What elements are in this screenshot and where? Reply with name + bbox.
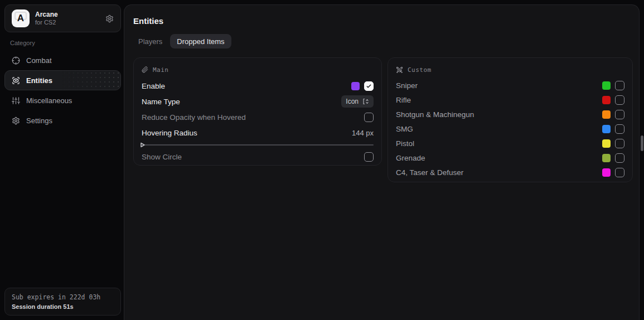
sidebar-item-label: Settings [26,117,52,125]
custom-panel: Custom Sniper Rifle Shotgun & Machinegun [388,57,633,182]
gear-icon[interactable] [105,14,114,23]
reduce-opacity-checkbox[interactable] [364,113,374,122]
tab-dropped-items[interactable]: Dropped Items [170,34,231,49]
sidebar-item-label: Entities [26,76,52,85]
color-swatch[interactable] [351,82,360,90]
logo-card: A Arcane for CS2 [4,4,121,32]
gear-icon [12,117,20,125]
weapon-label: SMG [396,125,413,133]
c4-taser-defuser-checkbox[interactable] [615,168,624,177]
hovering-radius-value: 144 px [352,129,374,137]
pistol-checkbox[interactable] [615,139,624,148]
main-panel-title: Main [153,66,169,74]
main-panel-header: Main [142,65,374,75]
color-swatch[interactable] [602,110,611,119]
color-swatch[interactable] [602,96,611,104]
sidebar-item-combat[interactable]: Combat [4,50,121,70]
swords-icon [396,66,403,74]
setting-label: Enable [142,82,165,90]
weapon-row-c4-taser-defuser: C4, Taser & Defuser [396,165,624,180]
setting-label: Name Type [142,98,180,106]
main-content: Entities Players Dropped Items Main Enab… [124,4,640,320]
slider-thumb[interactable] [140,142,146,148]
app-title: Arcane [35,11,58,18]
sliders-icon [12,96,20,105]
weapon-row-grenade: Grenade [396,151,624,165]
setting-row-hovering-radius: Hovering Radius 144 px [142,125,374,140]
page-title: Entities [133,16,163,26]
weapon-row-rifle: Rifle [396,93,624,107]
setting-row-show-circle: Show Circle [142,149,374,164]
weapon-row-smg: SMG [396,122,624,136]
name-type-select[interactable]: Icon [341,95,374,108]
tab-players[interactable]: Players [132,34,169,49]
weapon-label: Pistol [396,139,414,148]
hovering-radius-slider [142,140,374,149]
app-subtitle: for CS2 [35,18,58,26]
main-panel: Main Enable Name Type Icon [133,57,382,166]
weapon-row-pistol: Pistol [396,136,624,151]
weapon-label: Grenade [396,154,425,162]
setting-row-reduce-opacity: Reduce Opacity when Hovered [142,109,374,125]
sidebar-item-settings[interactable]: Settings [4,110,121,130]
custom-panel-header: Custom [396,65,624,75]
show-circle-checkbox[interactable] [364,152,374,162]
custom-panel-title: Custom [408,66,432,74]
color-swatch[interactable] [602,139,611,148]
session-duration-text: Session duration 51s [12,303,114,310]
logo-text: Arcane for CS2 [35,11,58,27]
setting-row-enable: Enable [142,78,374,94]
setting-label: Hovering Radius [142,129,197,137]
crosshair-icon [12,56,20,65]
app-window: { "sidebar": { "logo": { "letter": "A", … [0,0,644,320]
weapon-row-shotgun-machinegun: Shotgun & Machinegun [396,107,624,122]
scan-eye-icon [12,76,20,85]
smg-checkbox[interactable] [615,124,624,134]
rifle-checkbox[interactable] [615,95,624,105]
weapon-label: Shotgun & Machinegun [396,110,474,119]
sniper-checkbox[interactable] [615,81,624,90]
slider-track[interactable] [142,144,374,146]
setting-label: Reduce Opacity when Hovered [142,113,246,122]
subscription-card: Sub expires in 222d 03h Session duration… [4,288,121,316]
app-logo: A [12,9,30,27]
color-swatch[interactable] [602,81,611,90]
color-swatch[interactable] [602,125,611,133]
sidebar: A Arcane for CS2 Category Combat Entitie… [0,0,124,320]
name-type-value: Icon [346,98,359,105]
enable-checkbox[interactable] [364,81,374,91]
category-label: Category [10,40,35,46]
grenade-checkbox[interactable] [615,153,624,163]
tab-bar: Players Dropped Items [132,34,231,49]
sidebar-item-label: Miscellaneous [26,96,72,105]
paperclip-icon [142,66,148,73]
weapon-label: Rifle [396,96,411,104]
weapon-label: C4, Taser & Defuser [396,168,463,177]
setting-row-name-type: Name Type Icon [142,94,374,109]
unfold-vertical-icon [362,98,369,105]
sidebar-item-entities[interactable]: Entities [4,70,121,90]
scrollbar-thumb[interactable] [641,135,643,151]
setting-label: Show Circle [142,153,182,161]
shotgun-machinegun-checkbox[interactable] [615,110,624,119]
sidebar-item-label: Combat [26,56,52,65]
color-swatch[interactable] [602,154,611,162]
sidebar-item-miscellaneous[interactable]: Miscellaneous [4,90,121,110]
sub-expires-text: Sub expires in 222d 03h [12,293,114,301]
color-swatch[interactable] [602,168,611,177]
category-nav: Combat Entities Miscellaneous Settings [4,50,121,130]
weapon-row-sniper: Sniper [396,78,624,93]
weapon-label: Sniper [396,81,418,90]
